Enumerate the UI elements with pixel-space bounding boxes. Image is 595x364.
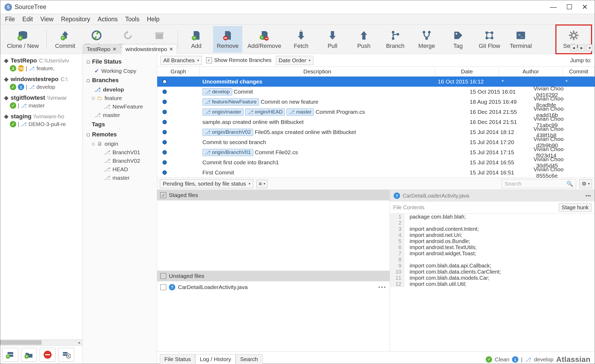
tree-remote-master[interactable]: ⎇master xyxy=(84,174,156,182)
tree-section-remotes[interactable]: ▢Remotes xyxy=(84,129,156,140)
branch-tag[interactable]: ⎇master xyxy=(286,108,314,116)
menu-tools[interactable]: Tools xyxy=(125,16,140,23)
clone-button[interactable]: +Clone / New xyxy=(3,26,43,53)
commit-row[interactable]: ⎇origin/BranchV02File05.aspx created onl… xyxy=(157,127,595,137)
tree-branch-develop[interactable]: ⎇develop xyxy=(84,85,156,94)
close-button[interactable]: ✕ xyxy=(582,3,588,11)
fetch-button[interactable]: Fetch xyxy=(286,26,316,53)
col-commit[interactable]: Commit xyxy=(563,67,595,76)
repo-item[interactable]: ◆windowstestrepo C:\ ✓1|⎇develop xyxy=(0,74,82,93)
tag-button[interactable]: Tag xyxy=(443,26,473,53)
branch-tag[interactable]: ⎇develop xyxy=(202,88,232,95)
code-line: 5import android.os.Bundle; xyxy=(390,238,595,244)
menu-edit[interactable]: Edit xyxy=(22,16,33,23)
repo-item[interactable]: ◆staging \\vmware-ho ✓|⎇DEMO-3-pull-re xyxy=(0,111,82,130)
branch-tag[interactable]: ⎇origin/master xyxy=(202,108,244,116)
tree-section-tags[interactable]: Tags xyxy=(84,119,156,129)
remove-repo-button[interactable] xyxy=(40,348,56,362)
commit-row[interactable]: First Commit 15 Jul 2014 16:51 Vivian Ch… xyxy=(157,168,595,178)
branch-tag[interactable]: ⎇origin/BranchV01 xyxy=(202,149,253,156)
more-icon[interactable]: ••• xyxy=(585,193,591,199)
tab-search[interactable]: Search xyxy=(236,354,263,364)
commit-desc: First Commit xyxy=(202,169,234,176)
diff-subheader: File Contents xyxy=(393,204,425,211)
unstaged-file-row[interactable]: ? CarDetailLoaderActivity.java ••• xyxy=(157,281,390,293)
order-dropdown[interactable]: Date Order▾ xyxy=(276,56,314,65)
commit-button[interactable]: ✓Commit xyxy=(51,26,80,53)
add-button[interactable]: +Add xyxy=(182,26,211,53)
commit-row[interactable]: sample.asp created online with Bitbucket… xyxy=(157,117,595,127)
menu-help[interactable]: Help xyxy=(147,16,159,23)
remove-button[interactable]: Remove xyxy=(213,26,242,53)
branch-tag[interactable]: ⎇origin/HEAD xyxy=(245,108,285,116)
pending-filter-dropdown[interactable]: Pending files, sorted by file status▾ xyxy=(160,179,253,188)
col-description[interactable]: Description xyxy=(200,67,435,76)
staged-header[interactable]: ✓Staged files xyxy=(157,190,390,200)
tree-remote-head[interactable]: ⎇HEAD xyxy=(84,165,156,174)
tree-folder-feature[interactable]: ▢🗀feature xyxy=(84,94,156,102)
gitflow-button[interactable]: Git Flow xyxy=(475,26,504,53)
repo-item[interactable]: ◆stgitflowtest \\vmwar ✓|⎇master xyxy=(0,93,82,111)
view-mode-button[interactable]: ≡ ▾ xyxy=(256,179,268,188)
terminal-button[interactable]: >_Terminal xyxy=(506,26,535,53)
tree-remote-origin[interactable]: ▢🖥origin xyxy=(84,140,156,148)
minimize-button[interactable]: — xyxy=(550,3,557,11)
graph-node xyxy=(163,80,167,84)
close-icon[interactable]: ✕ xyxy=(113,46,116,52)
branch-tag[interactable]: ⎇feature/NewFeature xyxy=(202,98,259,106)
tab-nav-next[interactable]: ► xyxy=(578,44,585,51)
add-repo-local-button[interactable]: + xyxy=(2,348,18,362)
maximize-button[interactable]: ☐ xyxy=(566,3,572,11)
add-repo-folder-button[interactable]: + xyxy=(21,348,37,362)
branch-icon: ⎇ xyxy=(21,121,27,127)
tree-remote-branchv01[interactable]: ⎇BranchV01 xyxy=(84,148,156,157)
commit-row[interactable]: ⎇origin/master ⎇origin/HEAD ⎇masterCommi… xyxy=(157,107,595,117)
branch-tag[interactable]: ⎇origin/BranchV02 xyxy=(202,129,253,136)
tree-section-branches[interactable]: ▢Branches xyxy=(84,75,156,85)
commit-row[interactable]: Commit to second branch 15 Jul 2014 17:2… xyxy=(157,137,595,147)
unstaged-header[interactable]: Unstaged files xyxy=(157,271,390,281)
commit-date: 16 Dec 2014 21:55 xyxy=(467,109,531,115)
push-button[interactable]: Push xyxy=(349,26,378,53)
more-icon[interactable]: ••• xyxy=(378,284,386,290)
commit-row[interactable]: ⎇developCommit 15 Oct 2015 16:01 Vivian … xyxy=(157,87,595,97)
menu-repository[interactable]: Repository xyxy=(61,16,90,23)
branch-button[interactable]: Branch xyxy=(381,26,410,53)
menu-file[interactable]: File xyxy=(5,16,15,23)
diff-settings-button[interactable]: ⚙ ▾ xyxy=(579,179,592,188)
file-search-input[interactable]: Search🔍 xyxy=(502,179,576,188)
tree-remote-branchv02[interactable]: ⎇BranchV02 xyxy=(84,157,156,165)
graph-node xyxy=(163,170,167,175)
col-author[interactable]: Author xyxy=(499,67,563,76)
tree-branch-newfeature[interactable]: ⎇NewFeature xyxy=(84,102,156,111)
tab-testrepo[interactable]: TestRepo✕ xyxy=(83,44,120,54)
repo-item[interactable]: ◆TestRepo C:\Users\viv 3745|⎇feature, xyxy=(0,56,82,74)
commit-row[interactable]: ⎇origin/BranchV01Commit File02.cs 15 Jul… xyxy=(157,147,595,157)
commit-row[interactable]: ⎇feature/NewFeatureCommit on new feature… xyxy=(157,97,595,107)
tree-section-filestatus[interactable]: ▢File Status xyxy=(84,57,156,67)
merge-button[interactable]: Merge xyxy=(412,26,441,53)
tab-file-status[interactable]: File Status xyxy=(160,354,195,364)
tab-nav-prev[interactable]: ◄ xyxy=(570,44,577,51)
repo-scrollbar[interactable]: ◄► xyxy=(0,340,82,345)
col-date[interactable]: Date xyxy=(435,67,499,76)
tab-log-history[interactable]: Log / History xyxy=(195,354,236,364)
svg-point-7 xyxy=(92,31,101,40)
stage-hunk-button[interactable]: Stage hunk xyxy=(559,203,592,212)
col-graph[interactable]: Graph xyxy=(157,67,200,76)
tree-working-copy[interactable]: ✔Working Copy xyxy=(84,67,156,75)
close-icon[interactable]: ✕ xyxy=(169,46,173,52)
commit-row[interactable]: Uncommitted changes 16 Oct 2015 16:12 * … xyxy=(157,77,595,87)
addremove-button[interactable]: +Add/Remove xyxy=(244,26,284,53)
tree-branch-master[interactable]: ⎇master xyxy=(84,111,156,119)
pull-button[interactable]: Pull xyxy=(318,26,347,53)
commit-row[interactable]: Commit first code into Branch1 15 Jul 20… xyxy=(157,157,595,168)
menu-actions[interactable]: Actions xyxy=(98,16,118,23)
tab-windowstestrepo[interactable]: windowstestrepo✕ xyxy=(122,44,177,54)
repo-settings-button[interactable] xyxy=(58,348,74,362)
menu-view[interactable]: View xyxy=(40,16,53,23)
tab-nav-menu[interactable]: ▾ xyxy=(586,44,593,51)
branch-filter-dropdown[interactable]: All Branches▾ xyxy=(160,56,202,65)
show-remote-checkbox[interactable]: ✓Show Remote Branches xyxy=(206,57,272,63)
file-checkbox[interactable] xyxy=(160,284,166,290)
